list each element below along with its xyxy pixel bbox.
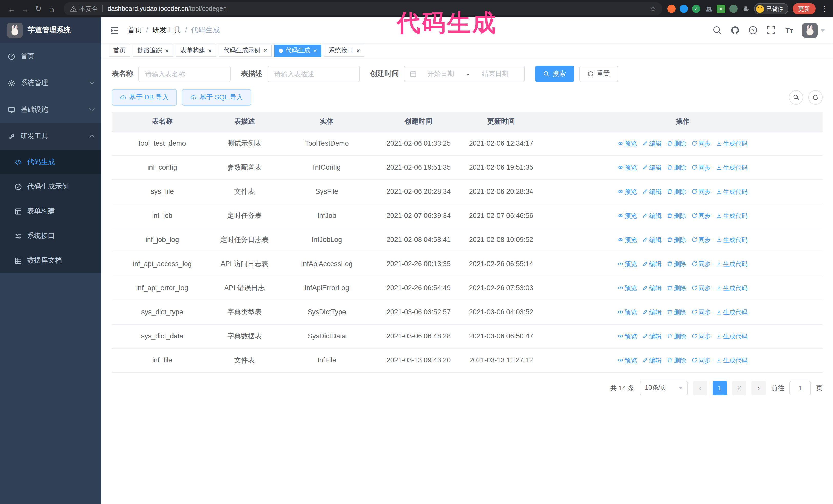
sync-link[interactable]: 同步 xyxy=(691,283,711,293)
bookmark-star-icon[interactable]: ☆ xyxy=(650,5,656,13)
people-extension-icon[interactable] xyxy=(704,5,713,13)
preview-link[interactable]: 预览 xyxy=(617,331,637,341)
user-menu[interactable] xyxy=(802,23,825,38)
page-button-2[interactable]: 2 xyxy=(732,381,746,395)
edit-link[interactable]: 编辑 xyxy=(642,283,662,293)
close-icon[interactable]: × xyxy=(356,47,360,54)
sidebar-item-home[interactable]: 首页 xyxy=(0,43,101,70)
delete-link[interactable]: 删除 xyxy=(667,186,686,197)
font-size-icon[interactable]: TT xyxy=(784,26,793,35)
edit-link[interactable]: 编辑 xyxy=(642,138,662,148)
generate-code-link[interactable]: 生成代码 xyxy=(716,186,748,197)
generate-code-link[interactable]: 生成代码 xyxy=(716,211,748,221)
generate-code-link[interactable]: 生成代码 xyxy=(716,307,748,317)
import-sql-button[interactable]: 基于 SQL 导入 xyxy=(182,89,252,105)
browser-forward-button[interactable]: → xyxy=(19,2,32,16)
sync-link[interactable]: 同步 xyxy=(691,307,711,317)
sync-link[interactable]: 同步 xyxy=(691,235,711,245)
sync-link[interactable]: 同步 xyxy=(691,138,711,148)
delete-link[interactable]: 删除 xyxy=(667,162,686,172)
sync-link[interactable]: 同步 xyxy=(691,211,711,221)
check-extension-icon[interactable]: ✓ xyxy=(692,5,700,13)
toggle-search-button[interactable] xyxy=(789,90,803,104)
sidebar-item-codegen-example[interactable]: 代码生成示例 xyxy=(0,174,101,199)
app-logo[interactable]: 芋道管理系统 xyxy=(0,18,101,43)
edit-link[interactable]: 编辑 xyxy=(642,355,662,365)
generate-code-link[interactable]: 生成代码 xyxy=(716,283,748,293)
next-page-button[interactable]: › xyxy=(752,381,766,395)
tab-form-builder[interactable]: 表单构建× xyxy=(176,44,216,57)
on-extension-icon[interactable]: on xyxy=(717,5,725,13)
sync-link[interactable]: 同步 xyxy=(691,259,711,269)
search-button[interactable]: 搜索 xyxy=(535,66,574,82)
preview-link[interactable]: 预览 xyxy=(617,283,637,293)
table-name-input[interactable] xyxy=(138,66,231,82)
edit-link[interactable]: 编辑 xyxy=(642,162,662,172)
goto-page-input[interactable] xyxy=(789,381,811,395)
generate-code-link[interactable]: 生成代码 xyxy=(716,162,748,172)
sidebar-item-system[interactable]: 系统管理 xyxy=(0,70,101,96)
leaf-extension-icon[interactable] xyxy=(730,5,738,13)
close-icon[interactable]: × xyxy=(165,47,169,54)
tab-codegen-example[interactable]: 代码生成示例× xyxy=(219,44,272,57)
search-icon[interactable] xyxy=(713,26,722,35)
sidebar-item-devtools[interactable]: 研发工具 xyxy=(0,123,101,150)
sync-link[interactable]: 同步 xyxy=(691,331,711,341)
generate-code-link[interactable]: 生成代码 xyxy=(716,355,748,365)
edit-link[interactable]: 编辑 xyxy=(642,259,662,269)
fullscreen-icon[interactable] xyxy=(766,26,776,35)
preview-link[interactable]: 预览 xyxy=(617,355,637,365)
sidebar-item-db-docs[interactable]: 数据库文档 xyxy=(0,248,101,273)
preview-link[interactable]: 预览 xyxy=(617,186,637,197)
delete-link[interactable]: 删除 xyxy=(667,307,686,317)
sync-link[interactable]: 同步 xyxy=(691,186,711,197)
browser-menu-icon[interactable]: ⋮ xyxy=(821,5,828,13)
prev-page-button[interactable]: ‹ xyxy=(693,381,708,395)
refresh-table-button[interactable] xyxy=(808,90,823,104)
generate-code-link[interactable]: 生成代码 xyxy=(716,331,748,341)
edit-link[interactable]: 编辑 xyxy=(642,235,662,245)
generate-code-link[interactable]: 生成代码 xyxy=(716,259,748,269)
preview-link[interactable]: 预览 xyxy=(617,307,637,317)
delete-link[interactable]: 删除 xyxy=(667,138,686,148)
create-time-range-picker[interactable]: 开始日期 - 结束日期 xyxy=(404,66,525,82)
breadcrumb-home[interactable]: 首页 xyxy=(128,26,152,35)
tab-system-api[interactable]: 系统接口× xyxy=(324,44,364,57)
profile-badge[interactable]: 已暂停 xyxy=(754,3,788,14)
tab-tracing[interactable]: 链路追踪× xyxy=(133,44,173,57)
sidebar-item-form-builder[interactable]: 表单构建 xyxy=(0,199,101,223)
preview-link[interactable]: 预览 xyxy=(617,259,637,269)
browser-update-button[interactable]: 更新 xyxy=(792,3,815,14)
page-size-select[interactable]: 10条/页 xyxy=(640,381,688,395)
table-desc-input[interactable] xyxy=(268,66,360,82)
close-icon[interactable]: × xyxy=(263,47,267,54)
import-db-button[interactable]: 基于 DB 导入 xyxy=(112,89,177,105)
delete-link[interactable]: 删除 xyxy=(667,355,686,365)
generate-code-link[interactable]: 生成代码 xyxy=(716,138,748,148)
browser-back-button[interactable]: ← xyxy=(5,2,19,16)
page-button-1[interactable]: 1 xyxy=(713,381,727,395)
tab-home[interactable]: 首页 xyxy=(109,44,130,57)
delete-link[interactable]: 删除 xyxy=(667,211,686,221)
edit-link[interactable]: 编辑 xyxy=(642,307,662,317)
browser-home-button[interactable]: ⌂ xyxy=(45,2,58,16)
drop-extension-icon[interactable] xyxy=(680,5,688,13)
preview-link[interactable]: 预览 xyxy=(617,138,637,148)
preview-link[interactable]: 预览 xyxy=(617,235,637,245)
preview-link[interactable]: 预览 xyxy=(617,162,637,172)
sidebar-item-system-api[interactable]: 系统接口 xyxy=(0,223,101,248)
delete-link[interactable]: 删除 xyxy=(667,331,686,341)
delete-link[interactable]: 删除 xyxy=(667,283,686,293)
sidebar-item-codegen[interactable]: 代码生成 xyxy=(0,150,101,174)
github-icon[interactable] xyxy=(731,26,740,35)
tab-codegen[interactable]: 代码生成× xyxy=(274,44,322,57)
delete-link[interactable]: 删除 xyxy=(667,235,686,245)
sync-link[interactable]: 同步 xyxy=(691,355,711,365)
browser-reload-button[interactable]: ↻ xyxy=(32,2,45,16)
hamburger-icon[interactable] xyxy=(110,25,119,35)
sidebar-item-infrastructure[interactable]: 基础设施 xyxy=(0,96,101,123)
edit-link[interactable]: 编辑 xyxy=(642,186,662,197)
address-bar[interactable]: 不安全 dashboard.yudao.iocoder.cn/tool/code… xyxy=(64,2,662,16)
reset-button[interactable]: 重置 xyxy=(579,66,618,82)
question-icon[interactable]: ? xyxy=(748,26,758,35)
